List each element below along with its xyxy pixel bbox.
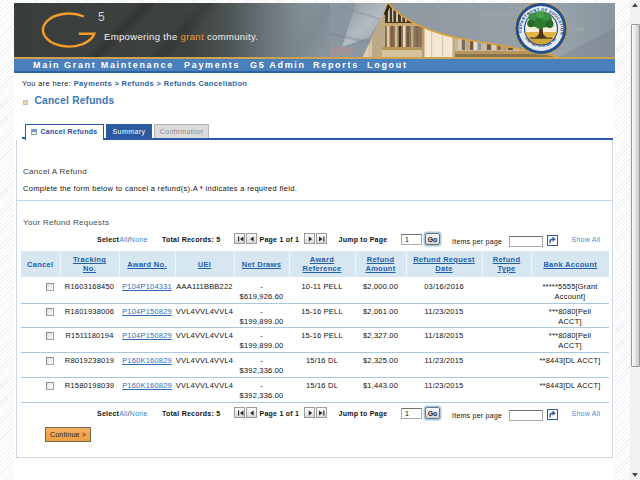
svg-text:(x)dx: (x)dx	[573, 26, 585, 33]
svg-text:|T(x)|f(x,0): |T(x)|f(x,0)	[480, 10, 511, 18]
